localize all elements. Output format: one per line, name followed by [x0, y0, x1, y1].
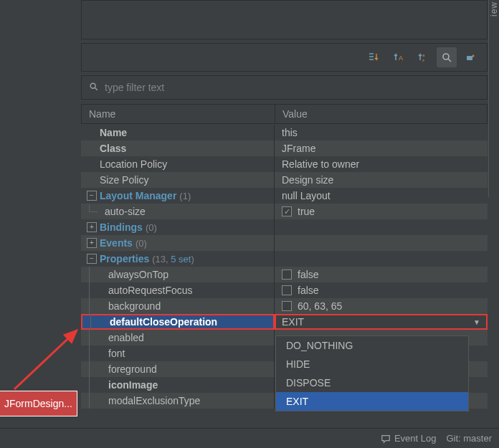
preview-pane	[81, 0, 488, 39]
expand-icon[interactable]: +	[87, 222, 97, 232]
properties-toolbar: A az	[81, 43, 488, 72]
prop-value[interactable]: false	[275, 267, 488, 282]
prop-value[interactable]: JFrame	[275, 140, 488, 156]
prop-foreground[interactable]: foreground	[108, 363, 157, 375]
scrollbar[interactable]	[488, 0, 489, 197]
color-swatch-icon	[282, 301, 292, 311]
table-row: −Properties(13, 5 set)	[81, 251, 488, 267]
prop-always-on-top[interactable]: alwaysOnTop	[108, 269, 168, 280]
group-events[interactable]: Events	[100, 237, 133, 249]
table-row: Class JFrame	[81, 140, 488, 156]
prop-value[interactable]: null Layout	[275, 188, 488, 204]
close-operation-dropdown: DO_NOTHING HIDE DISPOSE EXIT	[275, 335, 469, 411]
prop-name[interactable]: Name	[100, 127, 127, 138]
prop-modal-exclusion-type[interactable]: modalExclusionType	[108, 395, 200, 406]
prop-default-close-operation[interactable]: defaultCloseOperation	[110, 316, 217, 328]
chevron-down-icon: ▼	[473, 318, 480, 326]
prop-value[interactable]: false	[275, 282, 488, 298]
sort-az-icon[interactable]: az	[412, 47, 432, 67]
table-row: Size Policy Design size	[81, 172, 488, 188]
group-bindings[interactable]: Bindings	[100, 221, 143, 233]
svg-text:a: a	[422, 53, 425, 57]
prop-value[interactable]: 60, 63, 65	[275, 298, 488, 314]
sort-default-icon[interactable]	[363, 47, 384, 67]
search-icon	[89, 82, 99, 94]
prop-value[interactable]: ✓true	[275, 204, 488, 219]
svg-text:z: z	[422, 58, 424, 62]
dropdown-option-selected[interactable]: EXIT	[276, 392, 468, 411]
prop-enabled[interactable]: enabled	[108, 332, 144, 343]
status-bar: Event Log Git: master	[0, 428, 499, 448]
group-layout-manager[interactable]: Layout Manager	[100, 190, 176, 201]
table-row: −Layout Manager(1) null Layout	[81, 188, 488, 204]
header-name[interactable]: Name	[82, 105, 275, 123]
dropdown-option[interactable]: DISPOSE	[276, 373, 468, 392]
git-branch-label[interactable]: Git: master	[446, 433, 492, 444]
prop-loc-policy[interactable]: Location Policy	[100, 158, 167, 170]
table-row: +Events(0)	[81, 235, 488, 251]
prop-value[interactable]: Relative to owner	[275, 156, 488, 172]
column-headers: Name Value	[81, 104, 488, 124]
table-row: +Bindings(0)	[81, 219, 488, 235]
expand-icon[interactable]: +	[87, 238, 97, 248]
table-row-selected: defaultCloseOperation EXIT▼	[81, 314, 488, 330]
speech-bubble-icon	[381, 434, 391, 444]
collapse-icon[interactable]: −	[87, 254, 97, 264]
prop-auto-request-focus[interactable]: autoRequestFocus	[108, 285, 193, 296]
checkbox-icon	[282, 270, 292, 280]
prop-font[interactable]: font	[108, 348, 125, 359]
collapse-icon[interactable]: −	[87, 191, 97, 201]
table-row: background 60, 63, 65	[81, 298, 488, 314]
prop-class[interactable]: Class	[100, 143, 126, 154]
prop-value-select[interactable]: EXIT▼	[275, 314, 488, 330]
svg-text:A: A	[399, 54, 403, 62]
filter-bar	[81, 75, 488, 100]
dropdown-option[interactable]: DO_NOTHING	[276, 336, 468, 355]
table-row: Name this	[81, 125, 488, 140]
group-properties[interactable]: Properties	[100, 253, 149, 264]
event-log-button[interactable]: Event Log	[381, 433, 437, 444]
header-value[interactable]: Value	[275, 105, 487, 123]
prop-icon-image[interactable]: iconImage	[108, 379, 158, 391]
jformdesigner-tab[interactable]: JFormDesign...	[0, 391, 77, 416]
edit-advanced-icon[interactable]	[461, 47, 481, 67]
prop-value[interactable]: Design size	[275, 172, 488, 188]
filter-input[interactable]	[105, 82, 480, 93]
svg-point-3	[443, 54, 449, 59]
table-row: autoRequestFocus false	[81, 282, 488, 298]
svg-point-5	[90, 83, 95, 88]
table-row: alwaysOnTop false	[81, 267, 488, 282]
prop-size-policy[interactable]: Size Policy	[100, 174, 148, 186]
search-icon[interactable]	[437, 47, 457, 67]
prop-background[interactable]: background	[108, 300, 161, 312]
side-panel-label[interactable]: iew	[489, 1, 499, 16]
table-row: Location Policy Relative to owner	[81, 156, 488, 172]
dropdown-option[interactable]: HIDE	[276, 355, 468, 373]
checkbox-icon	[282, 285, 292, 295]
checkbox-checked-icon: ✓	[282, 206, 292, 216]
prop-auto-size[interactable]: auto-size	[105, 206, 146, 217]
table-row: auto-size ✓true	[81, 204, 488, 219]
sort-asc-icon[interactable]: A	[388, 47, 408, 67]
svg-rect-4	[467, 56, 472, 60]
prop-value[interactable]: this	[275, 125, 488, 140]
